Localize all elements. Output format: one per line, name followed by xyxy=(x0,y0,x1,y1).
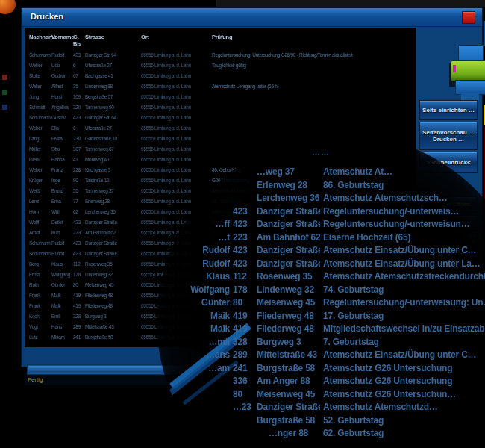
lens-cell-pruefung: Mitgliedschaftswechsel in/zu Einsatzab… xyxy=(323,323,485,335)
lens-cell-name: …t xyxy=(170,231,230,244)
cell-pruefung: Tauglichkeit gültig xyxy=(212,60,416,71)
cell-strasse: Tannenweg 90 xyxy=(85,102,141,113)
cell-strasse: Danziger Str. 64 xyxy=(85,50,141,60)
lens-cell-pruefung: Atemschutz G26 Untersuchun… xyxy=(323,388,485,401)
cell-strasse: Lindenweg 88 xyxy=(85,81,141,92)
lens-cell-street: Danziger Straße xyxy=(257,205,320,218)
lens-cell-number: 419 xyxy=(233,323,254,335)
cell-nachname: Vogt xyxy=(29,322,51,332)
cell-ort: 65556 Limburg a. d. Lahn xyxy=(141,113,212,123)
table-row: Schumann Rudolf 423 Danziger Str. 64 655… xyxy=(25,50,416,60)
lens-cell-number: 223 xyxy=(233,231,254,244)
cell-bis: 41 xyxy=(73,155,85,165)
cell-bis: 328 xyxy=(73,311,85,322)
lens-cell-pruefung: 17. Geburtstag xyxy=(323,310,485,323)
lens-cell-pruefung: Atemschutz Atemschutzsch… xyxy=(323,192,485,205)
cell-vorname: Otto xyxy=(51,144,73,155)
cell-nachname: Schumann xyxy=(29,50,51,60)
lens-cell-street: Danziger Straße xyxy=(257,258,320,270)
lens-cell-street: Danziger Straße xyxy=(257,244,320,257)
cell-strasse: Erlenweg 28 xyxy=(85,196,141,207)
lens-cell-number: 112 xyxy=(233,270,254,283)
table-row: Jung Horst 109 Bergstraße 57 65556 Limbu… xyxy=(25,92,416,102)
lens-cell-name: Klaus xyxy=(170,270,230,283)
cell-vorname: Erna xyxy=(51,196,73,207)
cell-bis: 230 xyxy=(73,134,85,144)
cell-nachname: Lenz xyxy=(29,196,51,207)
status-text: Fertig xyxy=(28,376,43,383)
cell-bis: 109 xyxy=(73,92,85,102)
cell-bis: 289 xyxy=(73,322,85,332)
cell-nachname: Schumann xyxy=(29,249,51,259)
cell-vorname: Bruno xyxy=(51,186,73,196)
cell-bis: 6 xyxy=(73,123,85,134)
cell-vorname: Willi xyxy=(51,207,73,217)
background-pixel-icon xyxy=(2,105,7,110)
cell-strasse: Tannenweg 67 xyxy=(85,144,141,155)
cell-strasse: Kirchgasse 3 xyxy=(85,165,141,175)
cell-strasse: Rosenweg 35 xyxy=(85,259,141,270)
lens-cell-number: 423 xyxy=(233,258,254,270)
print-action-button[interactable]: Seite einrichten … xyxy=(419,100,478,120)
cell-nachname: Walter xyxy=(29,81,51,92)
cell-nachname: Lutz xyxy=(29,332,51,343)
lens-cell-number: 336 xyxy=(233,375,254,388)
lens-cell-number xyxy=(233,192,254,205)
cell-vorname: Franz xyxy=(51,165,73,175)
cell-vorname: Rudolf xyxy=(51,238,73,249)
cell-vorname: Wolfgang xyxy=(51,270,73,280)
lens-cell-name: Rudolf xyxy=(170,244,230,257)
lens-cell-street: Burgstraße 58 xyxy=(257,414,320,427)
cell-pruefung xyxy=(212,123,416,134)
background-window-edge xyxy=(216,0,485,7)
cell-ort: 65556 Limburg a. d. Lahn xyxy=(141,102,212,113)
cell-pruefung: Regeluntersuchung: Untersuchung G26/90 -… xyxy=(212,50,416,60)
cell-ort: 65556 Limburg a. d. Lahn xyxy=(141,134,212,144)
lens-row: …mil 328 Burgweg 3 7. Geburtstag xyxy=(157,336,485,349)
background-pixel-icon xyxy=(2,90,7,95)
lens-row: Maik 419 Fliederweg 48 Mitgliedschaftswe… xyxy=(157,323,485,335)
lens-row: 80 Meisenweg 45 Atemschutz G26 Untersuch… xyxy=(157,388,485,401)
lens-row: Wolfgang 178 Lindenweg 32 74. Geburtstag xyxy=(157,284,485,296)
cell-ort: 65556 Limburg a. d. Lahn xyxy=(141,155,212,165)
lens-row: Günter 80 Meisenweg 45 Regeluntersuchung… xyxy=(157,296,485,309)
lens-cell-pruefung: 86. Geburtstag xyxy=(323,179,485,192)
lens-cell-number xyxy=(233,166,254,178)
cell-nachname: Schumann xyxy=(29,238,51,249)
lens-row: Klaus 112 Rosenweg 35 Atemschutz Atemsch… xyxy=(157,270,485,283)
lens-row: Rudolf 423 Danziger Straße Atemschutz Ei… xyxy=(157,258,485,270)
close-button[interactable] xyxy=(462,11,475,24)
lens-cell-street: Mittelstraße 43 xyxy=(257,349,320,361)
lens-cell-number: 80 xyxy=(233,388,254,401)
cell-pruefung xyxy=(212,92,416,102)
cell-vorname: Detlef xyxy=(51,217,73,228)
cell-strasse: Fliederweg 48 xyxy=(85,301,141,311)
cell-ort: 65556 Limburg a. d. Lahn xyxy=(141,186,212,196)
lens-cell-pruefung: 62. Geburtstag xyxy=(323,427,485,440)
cell-nachname: Müller xyxy=(29,144,51,155)
table-row: Schmidt Angelika 320 Tannenweg 90 65556 … xyxy=(25,102,416,113)
cell-nachname: Ernst xyxy=(29,270,51,280)
lens-cell-number: 289 xyxy=(233,349,254,361)
cell-vorname: Miriam xyxy=(51,332,73,343)
lens-cell-number: 178 xyxy=(233,284,254,296)
print-action-button[interactable]: Seitenvorschau … Drucken … xyxy=(419,122,478,150)
lens-cell-number: 423 xyxy=(233,218,254,231)
cell-vorname: Günter xyxy=(51,280,73,290)
lens-cell-pruefung: Eiserne Hochzeit (65) xyxy=(323,231,485,244)
cell-nachname: Koch xyxy=(29,311,51,322)
lens-cell-pruefung: Atemschutz G26 Untersuchung xyxy=(323,362,485,375)
window-title: Drucken xyxy=(31,12,63,21)
cell-bis: 423 xyxy=(73,217,85,228)
cell-bis: 77 xyxy=(73,196,85,207)
button-label-line2: Drucken … xyxy=(420,136,477,143)
cell-bis: 35 xyxy=(73,81,85,92)
title-bar[interactable]: Drucken xyxy=(22,8,482,27)
cell-bis: 90 xyxy=(73,175,85,186)
lens-row: 423 Danziger Straße Regeluntersuchung/-u… xyxy=(157,205,485,218)
column-header-g-bis: G.Bis xyxy=(73,34,85,47)
lens-cell-name xyxy=(170,427,230,440)
cell-pruefung: Atemschutz-Lehrgang unter (65 h) xyxy=(212,81,416,92)
cell-nachname: Krüger xyxy=(29,175,51,186)
cell-nachname: Schumann xyxy=(29,113,51,123)
